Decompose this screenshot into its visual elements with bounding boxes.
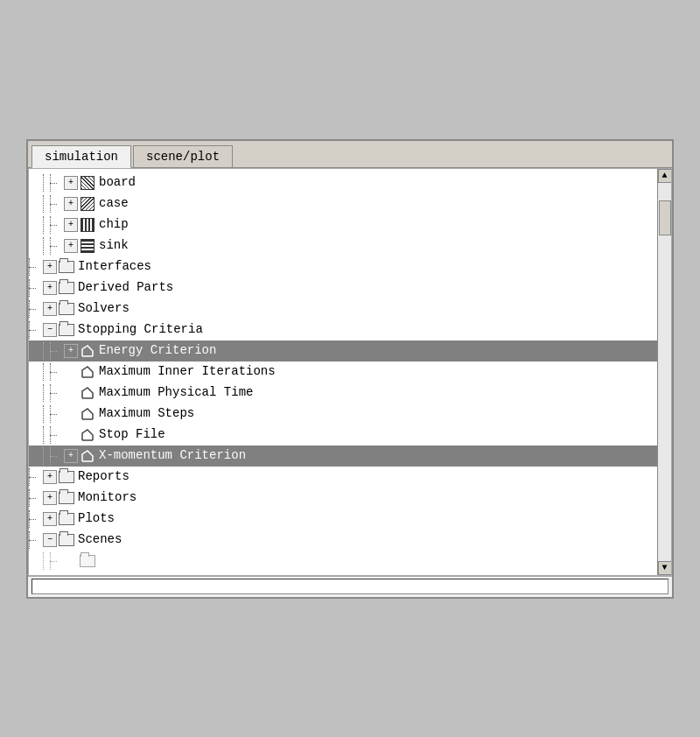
max-physical-time-icon — [80, 385, 95, 401]
tree-item-stop-file[interactable]: Stop File — [29, 425, 657, 446]
monitors-label: Monitors — [78, 489, 136, 507]
board-icon — [80, 175, 95, 191]
tab-scene-plot[interactable]: scene/plot — [133, 145, 233, 168]
tree-item-reports[interactable]: + Reports — [29, 467, 657, 488]
stop-file-label: Stop File — [99, 426, 165, 444]
expander-board[interactable]: + — [64, 176, 78, 190]
stopping-criteria-label: Stopping Criteria — [78, 321, 203, 339]
tree-item-scenes[interactable]: − Scenes — [29, 530, 657, 551]
tab-bar: simulation scene/plot — [28, 141, 672, 168]
max-physical-time-label: Maximum Physical Time — [99, 384, 253, 402]
expander-interfaces[interactable]: + — [43, 260, 57, 274]
tree-item-max-inner-iter[interactable]: Maximum Inner Iterations — [29, 361, 657, 383]
expander-solvers[interactable]: + — [43, 302, 57, 316]
scroll-down-button[interactable]: ▼ — [658, 561, 672, 575]
expander-energy-criterion[interactable]: + — [64, 344, 78, 358]
expander-sink[interactable]: + — [64, 239, 78, 253]
tree-item-sink[interactable]: + sink — [29, 235, 657, 256]
scrollbar: ▲ ▼ — [657, 169, 671, 575]
status-field — [32, 579, 668, 594]
max-steps-label: Maximum Steps — [99, 405, 194, 423]
chip-label: chip — [99, 216, 129, 234]
scenes-label: Scenes — [78, 531, 122, 549]
tree-item-case[interactable]: + case — [29, 193, 657, 214]
tree-item-interfaces[interactable]: + Interfaces — [29, 256, 657, 277]
case-icon — [80, 196, 95, 212]
expander-monitors[interactable]: + — [43, 491, 57, 505]
status-bar — [28, 576, 672, 597]
tree-item-board[interactable]: + board — [29, 172, 657, 193]
tree-item-max-physical-time[interactable]: Maximum Physical Time — [29, 383, 657, 404]
scroll-track[interactable] — [658, 183, 672, 561]
case-label: case — [99, 195, 129, 213]
plots-icon — [59, 511, 74, 527]
interfaces-icon — [59, 259, 74, 275]
tree-panel: + board + — [29, 169, 657, 575]
reports-icon — [59, 469, 74, 485]
main-window: simulation scene/plot — [26, 139, 674, 599]
tree-item-monitors[interactable]: + Monitors — [29, 488, 657, 509]
expander-scenes[interactable]: − — [43, 533, 57, 547]
tree-item-derived-parts[interactable]: + Derived Parts — [29, 277, 657, 298]
tree-item-max-steps[interactable]: Maximum Steps — [29, 404, 657, 425]
interfaces-label: Interfaces — [78, 258, 151, 276]
monitors-icon — [59, 490, 74, 506]
expander-stopping-criteria[interactable]: − — [43, 323, 57, 337]
stop-file-icon — [80, 427, 95, 443]
x-momentum-label: X-momentum Criterion — [99, 447, 246, 465]
expander-plots[interactable]: + — [43, 512, 57, 526]
energy-criterion-icon — [80, 343, 95, 359]
reports-label: Reports — [78, 468, 130, 486]
tree-item-stopping-criteria[interactable]: − Stopping Criteria — [29, 319, 657, 340]
energy-criterion-label: Energy Criterion — [99, 342, 216, 360]
scroll-up-button[interactable]: ▲ — [658, 169, 672, 183]
scroll-thumb[interactable] — [659, 200, 671, 235]
tree-item-energy-criterion[interactable]: + Energy Criterion — [29, 340, 657, 361]
expander-x-momentum[interactable]: + — [64, 449, 78, 463]
scenes-child-icon — [80, 553, 95, 569]
solvers-icon — [59, 301, 74, 317]
tree-item-x-momentum[interactable]: + X-momentum Criterion — [29, 446, 657, 467]
board-label: board — [99, 174, 136, 192]
solvers-label: Solvers — [78, 300, 130, 318]
scenes-icon — [59, 532, 74, 548]
max-steps-icon — [80, 406, 95, 422]
tree-item-solvers[interactable]: + Solvers — [29, 298, 657, 319]
chip-icon — [80, 217, 95, 233]
derived-parts-label: Derived Parts — [78, 279, 173, 297]
expander-derived-parts[interactable]: + — [43, 281, 57, 295]
x-momentum-icon — [80, 448, 95, 464]
tab-simulation[interactable]: simulation — [32, 145, 131, 168]
sink-label: sink — [99, 237, 129, 255]
expander-case[interactable]: + — [64, 197, 78, 211]
content-area: + board + — [28, 168, 672, 576]
stopping-criteria-icon — [59, 322, 74, 338]
expander-chip[interactable]: + — [64, 218, 78, 232]
expander-reports[interactable]: + — [43, 470, 57, 484]
max-inner-iter-icon — [80, 364, 95, 380]
max-inner-iter-label: Maximum Inner Iterations — [99, 363, 276, 381]
tree-item-plots[interactable]: + Plots — [29, 509, 657, 530]
derived-parts-icon — [59, 280, 74, 296]
plots-label: Plots — [78, 510, 115, 528]
tree-item-scenes-child[interactable] — [29, 551, 657, 572]
sink-icon — [80, 238, 95, 254]
tree-item-chip[interactable]: + chip — [29, 214, 657, 235]
